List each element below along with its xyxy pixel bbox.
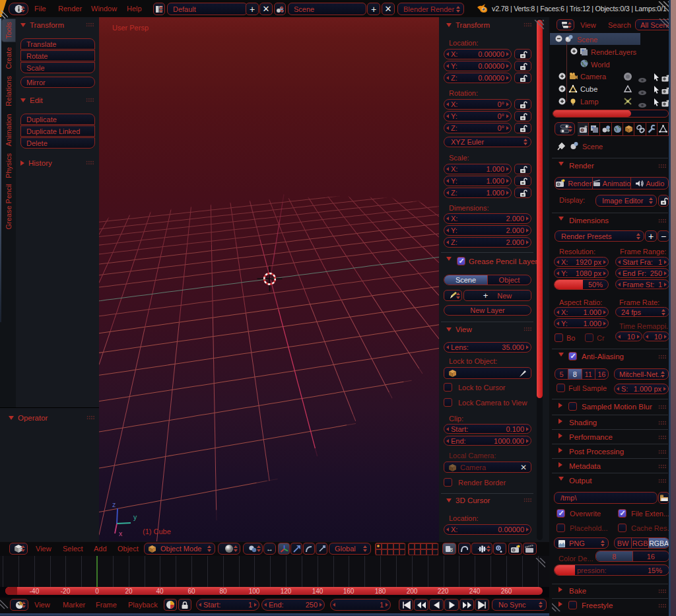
svg-text:z: z (112, 500, 116, 508)
svg-text:y: y (133, 513, 137, 521)
svg-text:x: x (119, 530, 123, 537)
svg-text:8: 8 (450, 547, 453, 553)
